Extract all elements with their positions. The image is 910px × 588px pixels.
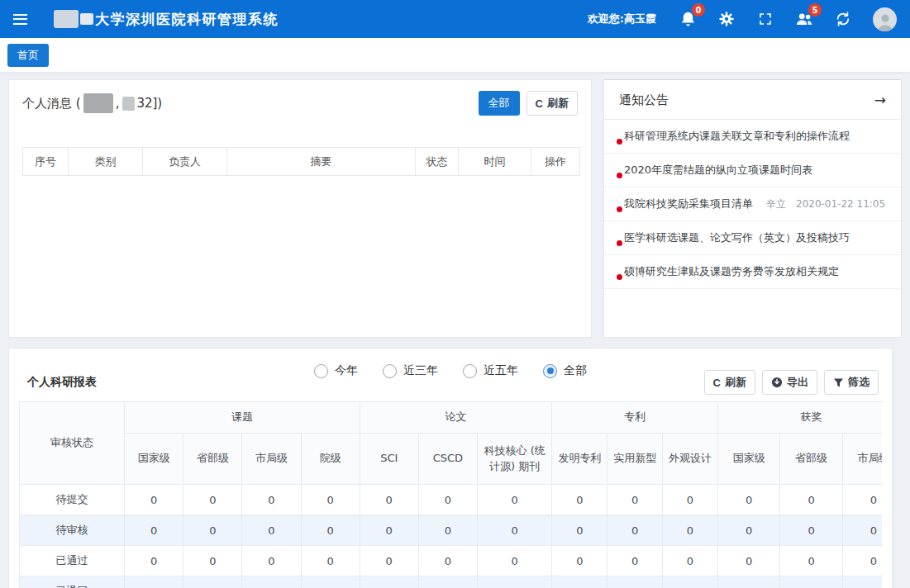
count-cell: 0 — [663, 485, 718, 515]
radio-this-year[interactable]: 今年 — [314, 363, 358, 378]
col-time: 时间 — [459, 148, 531, 176]
filter-icon — [833, 377, 844, 388]
messages-panel: 个人消息 ( , 32]) 全部 C 刷新 序号 — [8, 79, 592, 338]
radio-last-5-years[interactable]: 近五年 — [463, 363, 518, 378]
export-button[interactable]: 导出 — [762, 370, 817, 395]
report-panel: 个人科研报表 今年 近三年 近五年 全部 — [8, 348, 893, 588]
notifications-button[interactable]: 0 — [679, 10, 697, 28]
col-owner: 负责人 — [143, 148, 227, 176]
col-cscd: CSCD — [418, 434, 477, 485]
report-title: 个人科研报表 — [27, 375, 97, 390]
count-cell: 0 — [552, 485, 607, 515]
red-dot-icon — [617, 206, 622, 212]
filter-label: 筛选 — [848, 375, 870, 390]
redacted-text-2 — [122, 97, 135, 111]
count-cell: 0 — [717, 546, 779, 576]
count-cell: 0 — [717, 485, 779, 515]
count-cell: 0 — [360, 546, 418, 576]
table-row: 已通过 0 0 0 0 0 0 0 0 0 0 0 0 0 — [20, 546, 883, 576]
sync-icon — [835, 11, 851, 27]
gear-icon — [718, 11, 735, 27]
filter-button[interactable]: 筛选 — [824, 370, 879, 395]
status-cell: 待审核 — [20, 515, 125, 546]
col-invention: 发明专利 — [552, 434, 607, 485]
count-cell: 0 — [842, 576, 882, 588]
settings-button[interactable] — [717, 10, 736, 28]
person-icon — [874, 12, 896, 31]
col-design: 外观设计 — [663, 434, 718, 485]
redacted-text — [83, 93, 113, 113]
red-dot-icon — [617, 173, 622, 178]
notice-item[interactable]: 医学科研选课题、论文写作（英文）及投稿技巧 — [604, 221, 901, 255]
group-patents: 专利 — [552, 402, 717, 434]
sync-button[interactable] — [834, 10, 852, 28]
avatar[interactable] — [873, 7, 897, 31]
count-cell: 0 — [607, 515, 663, 546]
messages-refresh-button[interactable]: C 刷新 — [526, 91, 578, 116]
refresh-label: 刷新 — [547, 96, 569, 111]
col-award-national: 国家级 — [717, 434, 779, 485]
count-cell: 0 — [360, 485, 418, 515]
refresh-icon: C — [713, 377, 721, 389]
radio-icon — [463, 364, 477, 378]
count-cell: 0 — [418, 546, 477, 576]
notices-title: 通知公告 — [619, 92, 669, 108]
report-refresh-button[interactable]: C 刷新 — [704, 370, 755, 395]
notices-panel: 通知公告 → 科研管理系统内课题关联文章和专利的操作流程 2020年度需结题的纵… — [603, 79, 902, 338]
notice-text: 我院科技奖励采集项目清单 — [624, 197, 753, 211]
count-cell: 0 — [242, 485, 301, 515]
count-cell: 0 — [477, 576, 552, 588]
count-cell: 0 — [552, 546, 607, 576]
notice-item[interactable]: 硕博研究生津贴及课题劳务费等发放相关规定 — [604, 255, 901, 289]
all-button[interactable]: 全部 — [479, 91, 520, 116]
count-cell: 0 — [477, 485, 552, 515]
count-cell: 0 — [663, 576, 718, 588]
messages-title: 个人消息 ( , 32]) — [22, 93, 162, 113]
count-cell: 0 — [780, 485, 842, 515]
users-button[interactable]: 5 — [795, 10, 813, 28]
col-review-status: 审核状态 — [20, 402, 125, 485]
radio-last-3-years[interactable]: 近三年 — [383, 363, 438, 378]
count-cell: 0 — [552, 576, 607, 588]
table-row: 已退回 0 0 0 0 0 0 0 0 0 0 0 0 0 — [20, 576, 883, 588]
notice-text: 科研管理系统内课题关联文章和专利的操作流程 — [624, 129, 850, 144]
red-dot-icon — [617, 240, 622, 246]
period-radio-group: 今年 近三年 近五年 全部 — [314, 363, 587, 378]
notice-item[interactable]: 我院科技奖励采集项目清单 辛立 2020-01-22 11:05 — [604, 187, 901, 221]
notice-item[interactable]: 2020年度需结题的纵向立项课题时间表 — [604, 154, 901, 187]
count-cell: 0 — [242, 515, 301, 546]
count-cell: 0 — [780, 546, 842, 576]
export-label: 导出 — [787, 375, 808, 390]
count-cell: 0 — [360, 515, 418, 546]
arrow-right-icon[interactable]: → — [874, 92, 886, 108]
fullscreen-button[interactable] — [756, 10, 774, 28]
col-hospital: 院级 — [301, 434, 360, 485]
count-cell: 0 — [183, 576, 242, 588]
radio-label: 今年 — [335, 363, 358, 378]
menu-icon[interactable] — [13, 14, 27, 25]
count-cell: 0 — [418, 576, 477, 588]
notice-text: 医学科研选课题、论文写作（英文）及投稿技巧 — [624, 230, 850, 245]
tab-home[interactable]: 首页 — [7, 44, 49, 67]
count-cell: 0 — [607, 485, 663, 515]
status-cell: 待提交 — [20, 485, 125, 515]
count-cell: 0 — [183, 546, 242, 576]
report-sub-header-row: 国家级 省部级 市局级 院级 SCI CSCD 科技核心 (统计源) 期刊 发明… — [20, 434, 883, 485]
header-actions: 欢迎您:高玉霞 0 5 — [588, 7, 897, 31]
notice-item[interactable]: 科研管理系统内课题关联文章和专利的操作流程 — [604, 120, 901, 154]
col-award-provincial: 省部级 — [780, 434, 842, 485]
report-table: 审核状态 课题 论文 专利 获奖 国家级 省部级 市局级 院级 SCI CSCD — [19, 401, 882, 588]
radio-label: 全部 — [564, 363, 587, 378]
count-cell: 0 — [663, 515, 718, 546]
radio-all[interactable]: 全部 — [543, 363, 587, 378]
messages-title-text: 个人消息 ( — [22, 96, 81, 111]
count-cell: 0 — [780, 515, 842, 546]
welcome-text: 欢迎您:高玉霞 — [588, 12, 656, 26]
status-cell: 已通过 — [20, 546, 125, 576]
count-cell: 0 — [418, 485, 477, 515]
count-cell: 0 — [242, 576, 301, 588]
count-cell: 0 — [717, 576, 779, 588]
count-cell: 0 — [477, 546, 552, 576]
logo-redacted-2 — [80, 13, 93, 25]
col-core-journal: 科技核心 (统计源) 期刊 — [477, 434, 552, 485]
